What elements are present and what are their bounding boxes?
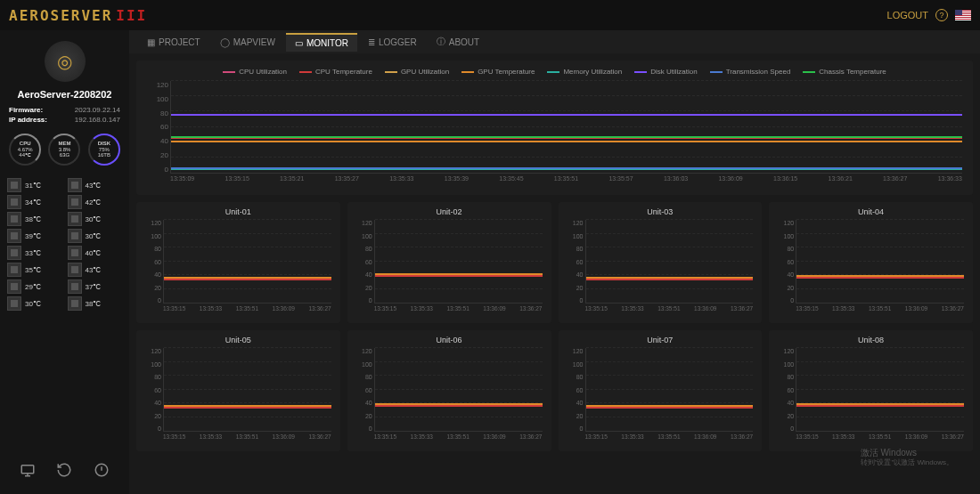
temperature-grid: 31℃43℃34℃42℃38℃30℃39℃30℃33℃40℃35℃43℃29℃3… <box>5 178 124 311</box>
server-avatar: ◎ <box>45 41 86 82</box>
unit-card: Unit-0712010080604020013:35:1513:35:3313… <box>559 330 763 451</box>
temp-cell: 33℃ <box>7 246 62 260</box>
chip-icon <box>68 279 82 294</box>
chip-icon <box>68 195 82 209</box>
chip-icon <box>68 212 82 226</box>
tab-icon: ≣ <box>368 37 375 47</box>
refresh-icon[interactable] <box>54 460 74 480</box>
series-line <box>164 407 331 409</box>
legend-item[interactable]: GPU Temperature <box>461 68 535 76</box>
series-line <box>171 136 962 138</box>
legend-item[interactable]: Memory Utilization <box>547 68 622 76</box>
chip-icon <box>68 246 82 260</box>
legend-item[interactable]: CPU Utilization <box>223 68 287 76</box>
unit-title: Unit-08 <box>774 336 968 344</box>
series-line <box>375 275 543 277</box>
tab-icon: ⓘ <box>437 36 445 48</box>
unit-title: Unit-05 <box>142 336 335 344</box>
chip-icon <box>7 229 21 243</box>
temp-cell: 39℃ <box>7 229 62 243</box>
unit-card: Unit-0412010080604020013:35:1513:35:3313… <box>769 202 973 323</box>
logo: AEROSERVERIII <box>9 7 147 24</box>
main-chart: CPU UtilizationCPU TemperatureGPU Utiliz… <box>136 61 973 195</box>
temp-cell: 43℃ <box>68 178 123 192</box>
export-icon[interactable] <box>18 460 37 480</box>
tab-about[interactable]: ⓘABOUT <box>428 32 488 52</box>
unit-title: Unit-03 <box>564 207 757 216</box>
temp-cell: 40℃ <box>68 246 123 260</box>
temp-cell: 43℃ <box>68 263 123 277</box>
series-line <box>375 405 543 407</box>
tab-logger[interactable]: ≣LOGGER <box>359 34 426 51</box>
unit-title: Unit-04 <box>774 207 968 216</box>
unit-card: Unit-0312010080604020013:35:1513:35:3313… <box>559 202 763 323</box>
temp-cell: 35℃ <box>7 263 62 277</box>
legend-item[interactable]: Transmission Speed <box>710 68 791 76</box>
temp-cell: 37℃ <box>68 279 123 294</box>
temp-cell: 34℃ <box>7 195 62 209</box>
unit-title: Unit-06 <box>353 336 546 344</box>
sidebar: ◎ AeroServer-2208202 Firmware:2023.09.22… <box>0 30 129 494</box>
chip-icon <box>68 178 82 192</box>
chip-icon <box>7 195 21 209</box>
chip-icon <box>7 212 21 226</box>
unit-card: Unit-0612010080604020013:35:1513:35:3313… <box>347 330 551 451</box>
series-line <box>164 279 331 280</box>
chip-icon <box>68 263 82 277</box>
tab-monitor[interactable]: ▭MONITOR <box>286 33 357 52</box>
tab-icon: ▦ <box>147 37 155 47</box>
unit-title: Unit-02 <box>353 207 546 216</box>
temp-cell: 30℃ <box>7 296 62 311</box>
temp-cell: 38℃ <box>7 212 62 226</box>
tab-mapview[interactable]: ◯MAPVIEW <box>211 34 284 51</box>
series-line <box>171 167 962 169</box>
unit-card: Unit-0212010080604020013:35:1513:35:3313… <box>347 202 551 323</box>
chip-icon <box>7 263 21 277</box>
temp-cell: 31℃ <box>7 178 62 192</box>
series-line <box>796 277 964 279</box>
tab-icon: ▭ <box>295 38 303 48</box>
mem-gauge: MEM3.8%63G <box>48 134 80 166</box>
temp-cell: 29℃ <box>7 279 62 294</box>
chip-icon <box>7 178 21 192</box>
temp-cell: 30℃ <box>68 229 123 243</box>
tab-project[interactable]: ▦PROJECT <box>138 34 209 51</box>
chip-icon <box>7 296 21 311</box>
tab-bar: ▦PROJECT◯MAPVIEW▭MONITOR≣LOGGERⓘABOUT <box>129 30 980 53</box>
logout-link[interactable]: LOGOUT <box>887 10 928 20</box>
help-icon[interactable]: ? <box>935 9 948 21</box>
legend-item[interactable]: Disk Utilization <box>634 68 697 76</box>
chip-icon <box>68 229 82 243</box>
tab-icon: ◯ <box>220 37 230 47</box>
legend-item[interactable]: CPU Temperature <box>299 68 372 76</box>
chip-icon <box>7 246 21 260</box>
cpu-gauge: CPU4.67%44℃ <box>9 134 41 166</box>
unit-title: Unit-07 <box>564 336 757 344</box>
legend-item[interactable]: GPU Utilization <box>385 68 449 76</box>
unit-card: Unit-0112010080604020013:35:1513:35:3313… <box>136 202 340 323</box>
disk-gauge: DISK75%16TB <box>88 134 120 166</box>
chip-icon <box>68 296 82 311</box>
temp-cell: 30℃ <box>68 212 123 226</box>
svg-rect-0 <box>21 466 34 474</box>
series-line <box>796 405 964 407</box>
series-line <box>171 141 962 142</box>
temp-cell: 42℃ <box>68 195 123 209</box>
unit-title: Unit-01 <box>142 207 335 216</box>
legend-item[interactable]: Chassis Temperature <box>803 68 886 76</box>
series-line <box>171 114 962 116</box>
series-line <box>586 407 754 409</box>
flag-icon[interactable] <box>955 10 971 20</box>
server-name: AeroServer-2208202 <box>5 89 124 100</box>
top-header: AEROSERVERIII LOGOUT ? <box>0 0 980 30</box>
power-icon[interactable] <box>92 460 111 480</box>
temp-cell: 38℃ <box>68 296 123 311</box>
series-line <box>586 279 754 280</box>
chip-icon <box>7 279 21 294</box>
unit-card: Unit-0512010080604020013:35:1513:35:3313… <box>136 330 340 451</box>
unit-card: Unit-0812010080604020013:35:1513:35:3313… <box>769 330 973 451</box>
